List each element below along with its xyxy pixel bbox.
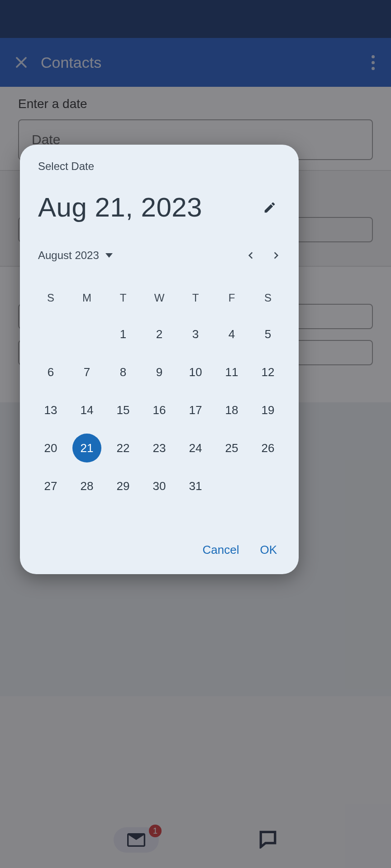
- calendar-day[interactable]: 19: [250, 394, 286, 426]
- calendar-day[interactable]: 20: [33, 432, 69, 464]
- calendar-day[interactable]: 5: [250, 318, 286, 350]
- prev-month-button[interactable]: [238, 243, 263, 268]
- calendar-empty: [214, 470, 250, 502]
- calendar-day[interactable]: 18: [214, 394, 250, 426]
- calendar-day[interactable]: 24: [177, 432, 214, 464]
- calendar-day[interactable]: 1: [105, 318, 141, 350]
- ok-button[interactable]: OK: [260, 543, 277, 557]
- calendar-day[interactable]: 7: [69, 356, 105, 388]
- day-of-week-label: S: [250, 283, 286, 312]
- day-of-week-label: M: [69, 283, 105, 312]
- calendar-day[interactable]: 16: [141, 394, 177, 426]
- calendar-empty: [250, 470, 286, 502]
- calendar-day[interactable]: 13: [33, 394, 69, 426]
- calendar-day[interactable]: 3: [177, 318, 214, 350]
- month-dropdown[interactable]: August 2023: [38, 249, 113, 262]
- edit-icon[interactable]: [259, 197, 281, 218]
- calendar-day[interactable]: 27: [33, 470, 69, 502]
- calendar-day[interactable]: 31: [177, 470, 214, 502]
- calendar-day[interactable]: 12: [250, 356, 286, 388]
- calendar-day[interactable]: 17: [177, 394, 214, 426]
- calendar-day[interactable]: 14: [69, 394, 105, 426]
- day-of-week-label: T: [177, 283, 214, 312]
- next-month-button[interactable]: [263, 243, 289, 268]
- calendar-day[interactable]: 23: [141, 432, 177, 464]
- dialog-title: Select Date: [38, 160, 281, 173]
- calendar-empty: [33, 318, 69, 350]
- chevron-down-icon: [105, 253, 113, 258]
- calendar-day[interactable]: 28: [69, 470, 105, 502]
- date-picker-dialog: Select Date Aug 21, 2023 August 2023 SMT…: [20, 145, 299, 574]
- cancel-button[interactable]: Cancel: [202, 543, 239, 557]
- calendar-day[interactable]: 21: [69, 432, 105, 464]
- calendar-day[interactable]: 25: [214, 432, 250, 464]
- calendar-empty: [69, 318, 105, 350]
- day-of-week-label: T: [105, 283, 141, 312]
- calendar-day[interactable]: 4: [214, 318, 250, 350]
- day-of-week-label: W: [141, 283, 177, 312]
- calendar-day[interactable]: 11: [214, 356, 250, 388]
- day-of-week-label: S: [33, 283, 69, 312]
- calendar-day[interactable]: 10: [177, 356, 214, 388]
- calendar-day[interactable]: 15: [105, 394, 141, 426]
- calendar-day[interactable]: 6: [33, 356, 69, 388]
- calendar-day[interactable]: 2: [141, 318, 177, 350]
- calendar-day[interactable]: 9: [141, 356, 177, 388]
- calendar-day[interactable]: 30: [141, 470, 177, 502]
- calendar-day[interactable]: 22: [105, 432, 141, 464]
- selected-date-display: Aug 21, 2023: [38, 192, 202, 223]
- month-label: August 2023: [38, 249, 99, 262]
- day-of-week-label: F: [214, 283, 250, 312]
- calendar-day[interactable]: 8: [105, 356, 141, 388]
- calendar-day[interactable]: 26: [250, 432, 286, 464]
- calendar-grid: SMTWTFS 12345678910111213141516171819202…: [20, 283, 299, 502]
- calendar-day[interactable]: 29: [105, 470, 141, 502]
